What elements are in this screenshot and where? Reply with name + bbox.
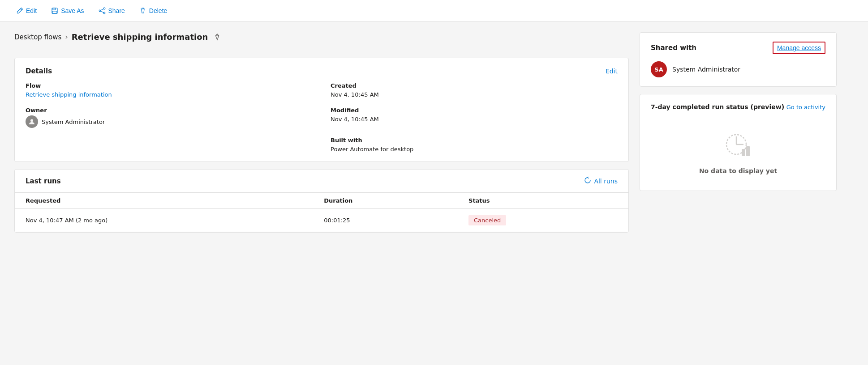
delete-icon [139,7,146,14]
svg-line-7 [100,11,103,13]
user-avatar: SA [651,61,667,77]
runs-table: Requested Duration Status Nov 4, 10:47 A… [15,192,628,232]
svg-point-3 [103,8,105,9]
no-data-chart-icon [724,132,752,162]
all-runs-label: All runs [594,178,618,185]
shared-with-title: Shared with [651,44,696,52]
col-status: Status [458,193,628,209]
all-runs-link[interactable]: All runs [584,177,618,185]
diamond-icon [213,33,221,41]
last-runs-card: Last runs All runs Requested Duratio [14,169,629,233]
modified-detail: Modified Nov 4, 10:45 AM [331,107,618,128]
breadcrumb: Desktop flows › Retrieve shipping inform… [14,32,629,42]
no-data-area: No data to display yet [651,118,825,182]
toolbar: Edit Save As Share [0,0,868,21]
built-with-value: Power Automate for desktop [331,146,413,153]
svg-point-4 [99,10,101,12]
share-button[interactable]: Share [93,4,130,17]
no-data-text: No data to display yet [699,167,777,174]
col-duration: Duration [313,193,458,209]
cell-status: Canceled [458,209,628,232]
col-requested: Requested [15,193,313,209]
owner-avatar [26,115,38,128]
table-row: Nov 4, 10:47 AM (2 mo ago) 00:01:25 Canc… [15,209,628,232]
built-with-label: Built with [331,137,618,144]
shared-with-header: Shared with Manage access [651,42,825,54]
save-as-label: Save As [61,7,84,14]
status-badge: Canceled [468,215,506,225]
user-initials: SA [654,66,663,73]
breadcrumb-current: Retrieve shipping information [72,32,208,42]
details-edit-link[interactable]: Edit [606,68,618,75]
built-with-detail: Built with Power Automate for desktop [331,137,618,153]
created-value: Nov 4, 10:45 AM [331,91,379,98]
breadcrumb-parent[interactable]: Desktop flows [14,33,61,41]
right-panel: Shared with Manage access SA System Admi… [640,32,837,233]
owner-row: System Administrator [26,115,313,128]
share-label: Share [108,7,125,14]
breadcrumb-separator: › [65,33,68,41]
cell-requested: Nov 4, 10:47 AM (2 mo ago) [15,209,313,232]
flow-label: Flow [26,82,313,89]
owner-value: System Administrator [42,119,105,125]
user-name: System Administrator [672,66,740,73]
run-status-card: 7-day completed run status (preview) Go … [640,94,837,191]
left-panel: Desktop flows › Retrieve shipping inform… [14,32,629,233]
flow-value[interactable]: Retrieve shipping information [26,91,112,98]
flow-detail: Flow Retrieve shipping information [26,82,313,98]
last-runs-title: Last runs [26,177,61,185]
shared-with-card: Shared with Manage access SA System Admi… [640,32,837,87]
edit-label: Edit [26,7,37,14]
svg-point-8 [30,119,33,122]
modified-value: Nov 4, 10:45 AM [331,116,379,123]
last-runs-header: Last runs All runs [15,170,628,192]
save-as-button[interactable]: Save As [46,4,89,17]
svg-rect-13 [746,146,750,156]
details-grid: Flow Retrieve shipping information Creat… [26,82,618,153]
manage-access-button[interactable]: Manage access [773,42,825,54]
main-content: Desktop flows › Retrieve shipping inform… [0,21,851,243]
created-detail: Created Nov 4, 10:45 AM [331,82,618,98]
details-card: Details Edit Flow Retrieve shipping info… [14,58,629,162]
owner-detail: Owner System Administrator [26,107,313,128]
details-card-header: Details Edit [26,67,618,75]
owner-label: Owner [26,107,313,114]
svg-rect-2 [52,11,57,13]
edit-icon [16,7,23,14]
run-status-header: 7-day completed run status (preview) Go … [651,103,825,110]
save-as-icon [51,7,58,14]
svg-rect-1 [53,8,56,10]
shared-user-row: SA System Administrator [651,61,825,77]
delete-button[interactable]: Delete [134,4,172,17]
delete-label: Delete [149,7,167,14]
go-to-activity-link[interactable]: Go to activity [786,104,825,110]
svg-rect-12 [742,149,745,156]
runs-table-header-row: Requested Duration Status [15,193,628,209]
edit-button[interactable]: Edit [11,4,42,17]
run-status-title: 7-day completed run status (preview) [651,103,784,110]
modified-label: Modified [331,107,618,114]
runs-table-body: Nov 4, 10:47 AM (2 mo ago) 00:01:25 Canc… [15,209,628,232]
refresh-icon [584,177,591,185]
created-label: Created [331,82,618,89]
svg-point-5 [103,12,105,14]
share-icon [99,7,106,14]
svg-line-6 [100,9,103,10]
details-title: Details [26,67,52,75]
cell-duration: 00:01:25 [313,209,458,232]
